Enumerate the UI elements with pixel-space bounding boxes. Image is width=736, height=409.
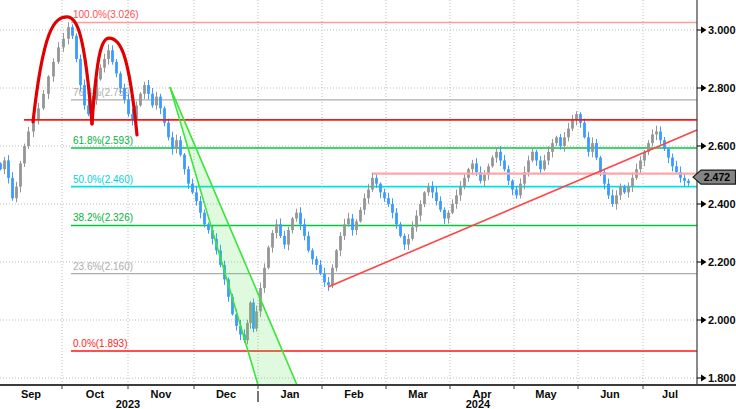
candle-body bbox=[347, 219, 350, 225]
fib-label: 38.2%(2.326) bbox=[73, 212, 133, 223]
candle-body bbox=[79, 59, 82, 85]
month-label: Mar bbox=[408, 388, 428, 400]
candle-body bbox=[139, 94, 142, 106]
fib-label: 100.0%(3.026) bbox=[73, 9, 139, 20]
candle-body bbox=[11, 178, 14, 198]
candle-body bbox=[407, 239, 410, 245]
candle-body bbox=[203, 213, 206, 225]
candle-body bbox=[207, 224, 210, 230]
candle-body bbox=[3, 161, 6, 170]
candle-body bbox=[547, 152, 550, 161]
candle-body bbox=[655, 132, 658, 135]
candle-body bbox=[567, 129, 570, 138]
month-label: Sep bbox=[21, 388, 41, 400]
candle-body bbox=[527, 161, 530, 173]
y-axis-tick-arrow bbox=[701, 201, 707, 208]
candle-body bbox=[659, 132, 662, 141]
channel-layer bbox=[170, 87, 297, 385]
candle-body bbox=[119, 74, 122, 89]
candle-body bbox=[667, 149, 670, 158]
candle-body bbox=[583, 123, 586, 138]
candle-body bbox=[591, 143, 594, 152]
candle-body bbox=[631, 178, 634, 187]
y-axis-tick-arrow bbox=[701, 85, 707, 92]
candle-body bbox=[155, 97, 158, 106]
candle-body bbox=[187, 169, 190, 184]
candle-body bbox=[103, 59, 106, 68]
price-tick-label: 2.800 bbox=[708, 82, 736, 94]
candle-body bbox=[571, 120, 574, 129]
candle-body bbox=[0, 163, 2, 169]
candle-body bbox=[52, 62, 55, 77]
candle-body bbox=[111, 50, 114, 62]
candle-body bbox=[19, 163, 22, 186]
candle-body bbox=[7, 161, 10, 178]
year-label: 2023 bbox=[116, 398, 140, 409]
candle-body bbox=[23, 146, 26, 163]
candle-body bbox=[491, 158, 494, 167]
candle-body bbox=[195, 192, 198, 201]
candle-body bbox=[507, 169, 510, 181]
candle-body bbox=[671, 158, 674, 167]
y-axis-tick-arrow bbox=[701, 143, 707, 150]
candle-body bbox=[303, 224, 306, 236]
candle-body bbox=[687, 181, 690, 183]
candle-body bbox=[439, 201, 442, 210]
price-chart[interactable]: 100.0%(3.026)76.4%(2.759)61.8%(2.593)50.… bbox=[0, 0, 736, 409]
month-label: Oct bbox=[86, 388, 105, 400]
candle-body bbox=[339, 236, 342, 251]
candle-body bbox=[499, 152, 502, 161]
candle-body bbox=[311, 250, 314, 259]
fib-label: 50.0%(2.460) bbox=[73, 174, 133, 185]
candle-body bbox=[531, 152, 534, 161]
candle-body bbox=[315, 259, 318, 265]
month-label: Jan bbox=[281, 388, 300, 400]
candle-body bbox=[335, 250, 338, 267]
candle-body bbox=[555, 137, 558, 143]
candle-body bbox=[363, 198, 366, 210]
candle-body bbox=[343, 224, 346, 236]
candle-body bbox=[167, 123, 170, 138]
candle-body bbox=[323, 274, 326, 283]
candle-body bbox=[619, 187, 622, 196]
candle-body bbox=[319, 265, 322, 274]
candle-body bbox=[395, 213, 398, 225]
candle-body bbox=[283, 236, 286, 245]
candle-body bbox=[143, 85, 146, 94]
channel-left-line bbox=[170, 87, 258, 385]
candle-body bbox=[275, 224, 278, 233]
candle-body bbox=[183, 155, 186, 170]
candle-body bbox=[575, 114, 578, 120]
candle-body bbox=[483, 175, 486, 181]
candle-body bbox=[151, 94, 154, 106]
candle-body bbox=[99, 68, 102, 80]
candle-body bbox=[551, 143, 554, 152]
candle-body bbox=[383, 192, 386, 198]
candle-body bbox=[423, 192, 426, 204]
price-tick-label: 1.800 bbox=[708, 372, 736, 384]
candle-body bbox=[199, 201, 202, 213]
channel-right-line bbox=[170, 87, 297, 385]
candle-body bbox=[419, 204, 422, 216]
candle-body bbox=[287, 230, 290, 245]
current-price-badge-shape bbox=[693, 170, 736, 184]
candle-body bbox=[379, 184, 382, 193]
candle-body bbox=[475, 163, 478, 172]
candle-body bbox=[83, 85, 86, 105]
candle-body bbox=[411, 227, 414, 239]
candle-body bbox=[471, 163, 474, 169]
price-tick-label: 2.000 bbox=[708, 314, 736, 326]
candle-body bbox=[115, 62, 118, 74]
candle-body bbox=[519, 184, 522, 196]
candle-body bbox=[651, 134, 654, 143]
y-axis-tick-arrow bbox=[701, 317, 707, 324]
candle-body bbox=[15, 187, 18, 199]
fib-label: 0.0%(1.893) bbox=[73, 338, 127, 349]
price-tick-label: 2.400 bbox=[708, 198, 736, 210]
chart-canvas[interactable]: 100.0%(3.026)76.4%(2.759)61.8%(2.593)50.… bbox=[0, 0, 736, 409]
candle-body bbox=[191, 184, 194, 193]
candle-body bbox=[359, 210, 362, 222]
candle-body bbox=[123, 88, 126, 100]
candle-body bbox=[171, 137, 174, 149]
candle-body bbox=[42, 94, 45, 109]
